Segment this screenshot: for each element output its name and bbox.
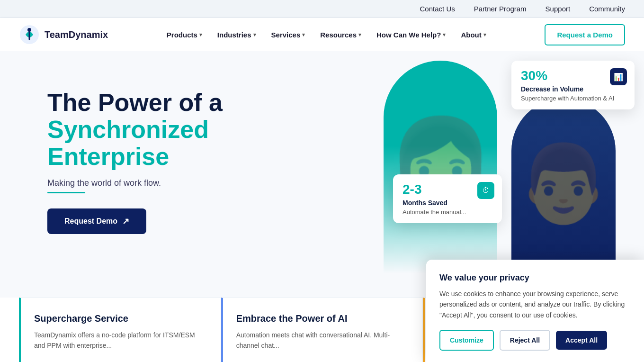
nav-resources[interactable]: Resources ▾	[314, 27, 367, 43]
feature-card-supercharge: Supercharge Service TeamDynamix offers a…	[19, 298, 221, 362]
stat-clock-icon: ⏱	[477, 182, 494, 199]
man-silhouette-icon: 👨	[516, 139, 611, 228]
how-help-chevron-icon: ▾	[443, 32, 446, 38]
nav-how-help[interactable]: How Can We Help? ▾	[371, 27, 451, 43]
community-link[interactable]: Community	[589, 5, 625, 13]
feature-ai-title: Embrace the Power of AI	[236, 313, 410, 324]
logo-icon	[19, 24, 40, 45]
resources-chevron-icon: ▾	[358, 32, 361, 38]
nav-industries[interactable]: Industries ▾	[212, 27, 262, 43]
cookie-reject-button[interactable]: Reject All	[500, 330, 550, 351]
hero-man-figure: 👨	[511, 99, 616, 279]
logo-text: TeamDynamix	[45, 29, 108, 40]
feature-ai-desc: Automation meets chat with conversationa…	[236, 330, 410, 351]
nav-links: Products ▾ Industries ▾ Services ▾ Resou…	[161, 27, 492, 43]
products-chevron-icon: ▾	[199, 32, 202, 38]
svg-point-1	[27, 28, 31, 32]
support-link[interactable]: Support	[546, 5, 571, 13]
about-chevron-icon: ▾	[483, 32, 486, 38]
logo[interactable]: TeamDynamix	[19, 24, 108, 45]
top-bar: Contact Us Partner Program Support Commu…	[0, 0, 644, 18]
feature-card-ai: Embrace the Power of AI Automation meets…	[221, 298, 423, 362]
partner-program-link[interactable]: Partner Program	[474, 5, 527, 13]
request-demo-nav-button[interactable]: Request a Demo	[545, 24, 625, 45]
hero-text: The Power of a Synchronized Enterprise M…	[47, 80, 223, 234]
main-nav: TeamDynamix Products ▾ Industries ▾ Serv…	[0, 18, 644, 51]
feature-supercharge-desc: TeamDynamix offers a no-code platform fo…	[34, 330, 207, 351]
nav-about[interactable]: About ▾	[455, 27, 492, 43]
cookie-actions: Customize Reject All Accept All	[439, 330, 631, 351]
feature-supercharge-title: Supercharge Service	[34, 313, 207, 324]
cookie-customize-button[interactable]: Customize	[439, 330, 494, 351]
cookie-title: We value your privacy	[439, 273, 631, 283]
stat-card-months: ⏱ 2-3 Months Saved Automate the manual..…	[393, 174, 502, 223]
hero-subtitle-underline	[47, 192, 85, 193]
nav-services[interactable]: Services ▾	[266, 27, 311, 43]
arrow-icon: ↗	[122, 216, 129, 226]
contact-us-link[interactable]: Contact Us	[420, 5, 455, 13]
hero-subtitle: Making the world of work flow.	[47, 178, 223, 188]
nav-products[interactable]: Products ▾	[161, 27, 208, 43]
cookie-banner: We value your privacy We use cookies to …	[426, 260, 644, 362]
services-chevron-icon: ▾	[302, 32, 305, 38]
hero-woman-figure: 👩	[384, 61, 497, 274]
industries-chevron-icon: ▾	[253, 32, 256, 38]
hero-cta-button[interactable]: Request Demo ↗	[47, 208, 146, 234]
hero-title: The Power of a Synchronized Enterprise	[47, 89, 223, 171]
stat-card-volume: 📊 30% Decrease in Volume Supercharge wit…	[511, 61, 635, 109]
stat-chart-icon: 📊	[610, 68, 627, 85]
cookie-text: We use cookies to enhance your browsing …	[439, 289, 631, 320]
cookie-accept-button[interactable]: Accept All	[556, 331, 607, 350]
